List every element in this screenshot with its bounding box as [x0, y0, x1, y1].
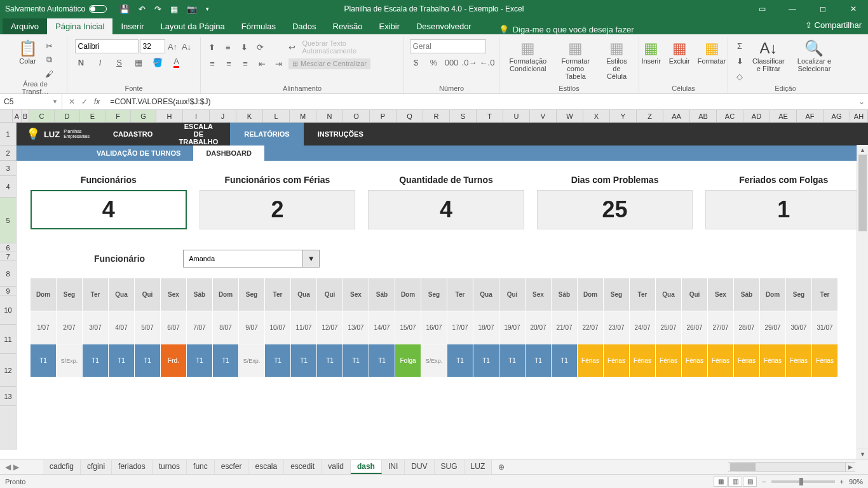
col-header-AH[interactable]: AH — [850, 110, 868, 122]
cal-shift[interactable]: Férias — [578, 344, 604, 377]
dec-decimal-icon[interactable]: ←.0 — [481, 56, 494, 69]
align-left-icon[interactable]: ≡ — [206, 57, 219, 70]
sheet-nav-next-icon[interactable]: ▶ — [13, 463, 19, 471]
delete-cells-button[interactable]: ▦Excluir — [667, 39, 693, 66]
cal-shift[interactable]: Folga — [395, 344, 421, 377]
align-right-icon[interactable]: ≡ — [239, 57, 252, 70]
touch-icon[interactable]: ▦ — [170, 4, 178, 14]
col-header-Y[interactable]: Y — [610, 110, 637, 122]
undo-icon[interactable]: ↶ — [139, 4, 146, 14]
expand-formula-bar-icon[interactable]: ⌄ — [855, 97, 868, 106]
wrap-text-icon[interactable]: ↩ — [286, 41, 298, 53]
cal-shift[interactable]: T1 — [31, 344, 57, 377]
zoom-slider[interactable] — [771, 480, 835, 483]
nav-instrucoes[interactable]: INSTRUÇÕES — [304, 123, 377, 146]
tab-home[interactable]: Página Inicial — [47, 18, 112, 34]
fx-icon[interactable]: fx — [94, 97, 100, 106]
cal-shift[interactable]: T1 — [135, 344, 161, 377]
kpi-value[interactable]: 25 — [537, 190, 693, 229]
cut-icon[interactable]: ✂ — [43, 39, 56, 52]
view-layout-icon[interactable]: ▥ — [728, 477, 742, 487]
sheet-tab-SUG[interactable]: SUG — [435, 460, 465, 474]
sheet-tab-feriados[interactable]: feriados — [112, 460, 153, 474]
zoom-out-icon[interactable]: − — [762, 478, 766, 485]
cal-shift[interactable]: S/Exp. — [57, 344, 83, 377]
row-header-13[interactable]: 13 — [0, 387, 16, 406]
funcionario-select[interactable]: ▼ — [183, 250, 320, 268]
col-header-AD[interactable]: AD — [743, 110, 770, 122]
cal-shift[interactable]: T1 — [552, 344, 578, 377]
format-table-button[interactable]: ▦Formatar como Tabela — [554, 39, 597, 81]
align-bottom-icon[interactable]: ⬇ — [238, 41, 250, 53]
sheet-tab-valid[interactable]: valid — [322, 460, 351, 474]
funcionario-input[interactable] — [184, 250, 302, 267]
enter-formula-icon[interactable]: ✓ — [81, 97, 88, 106]
cal-shift[interactable]: S/Exp. — [421, 344, 447, 377]
zoom-level[interactable]: 90% — [849, 478, 863, 485]
scroll-right-icon[interactable]: ▶ — [845, 463, 855, 471]
col-header-G[interactable]: G — [131, 110, 156, 122]
percent-icon[interactable]: % — [428, 56, 440, 69]
row-header-2[interactable]: 2 — [0, 146, 16, 161]
border-icon[interactable]: ▦ — [132, 56, 145, 69]
hscroll-thumb[interactable] — [730, 463, 756, 471]
col-header-E[interactable]: E — [80, 110, 105, 122]
cal-shift[interactable]: T1 — [187, 344, 213, 377]
vertical-scrollbar[interactable]: ▲ ▼ — [857, 145, 868, 459]
row-header-11[interactable]: 11 — [0, 325, 16, 354]
share-button[interactable]: ⇪ Compartilhar — [805, 20, 862, 30]
tab-developer[interactable]: Desenvolvedor — [408, 18, 480, 34]
col-header-B[interactable]: B — [22, 110, 29, 122]
cal-shift[interactable]: T1 — [83, 344, 109, 377]
formula-input[interactable]: =CONT.VALORES(aux!$J:$J) — [106, 97, 855, 106]
tab-review[interactable]: Revisão — [325, 18, 371, 34]
cal-shift[interactable]: T1 — [265, 344, 291, 377]
sheet-nav-prev-icon[interactable]: ◀ — [5, 463, 11, 471]
sheet-tab-cadcfig[interactable]: cadcfig — [43, 460, 81, 474]
tab-file[interactable]: Arquivo — [3, 18, 47, 34]
tab-insert[interactable]: Inserir — [112, 18, 152, 34]
col-header-D[interactable]: D — [55, 110, 80, 122]
subnav-dashboard[interactable]: DASHBOARD — [193, 146, 264, 161]
sheet-tab-func[interactable]: func — [187, 460, 215, 474]
grow-font-icon[interactable]: A↑ — [166, 40, 179, 53]
merge-button[interactable]: ⊞Mesclar e Centralizar — [288, 58, 370, 69]
indent-inc-icon[interactable]: ⇥ — [272, 57, 285, 70]
tell-me-search[interactable]: 💡 Diga-me o que você deseja fazer — [499, 25, 634, 34]
align-center-icon[interactable]: ≡ — [222, 57, 235, 70]
col-header-AC[interactable]: AC — [717, 110, 743, 122]
sheet-tab-DUV[interactable]: DUV — [405, 460, 434, 474]
ribbon-display-icon[interactable]: ▭ — [747, 0, 776, 18]
col-header-M[interactable]: M — [290, 110, 316, 122]
col-header-P[interactable]: P — [370, 110, 397, 122]
number-format-combo[interactable] — [410, 39, 486, 53]
chevron-down-icon[interactable]: ▼ — [302, 250, 319, 267]
sheet-tab-escfer[interactable]: escfer — [215, 460, 249, 474]
subnav-validacao[interactable]: VALIDAÇÃO DE TURNOS — [84, 146, 193, 161]
close-icon[interactable]: ✕ — [839, 0, 868, 18]
cal-shift[interactable]: T1 — [317, 344, 343, 377]
qat-dropdown-icon[interactable]: ▾ — [206, 6, 209, 12]
cal-shift[interactable]: T1 — [343, 344, 369, 377]
col-header-A[interactable]: A — [13, 110, 22, 122]
col-header-AA[interactable]: AA — [663, 110, 690, 122]
view-normal-icon[interactable]: ▦ — [714, 477, 728, 487]
align-top-icon[interactable]: ⬆ — [206, 41, 218, 53]
col-header-X[interactable]: X — [583, 110, 610, 122]
font-name-combo[interactable] — [75, 39, 139, 53]
col-header-AF[interactable]: AF — [797, 110, 824, 122]
col-header-H[interactable]: H — [156, 110, 183, 122]
tab-view[interactable]: Exibir — [370, 18, 408, 34]
col-header-AG[interactable]: AG — [824, 110, 850, 122]
insert-cells-button[interactable]: ▦Inserir — [639, 39, 664, 66]
namebox-dropdown-icon[interactable]: ▼ — [52, 98, 58, 105]
nav-relatorios[interactable]: RELATÓRIOS — [230, 123, 303, 146]
kpi-value[interactable]: 4 — [368, 190, 524, 229]
font-color-icon[interactable]: A — [170, 56, 183, 69]
fill-color-icon[interactable]: 🪣 — [151, 56, 164, 69]
col-header-R[interactable]: R — [423, 110, 450, 122]
clear-icon[interactable]: ◇ — [733, 70, 746, 83]
cal-shift[interactable]: T1 — [473, 344, 499, 377]
cal-shift[interactable]: Férias — [682, 344, 708, 377]
cal-shift[interactable]: T1 — [526, 344, 552, 377]
